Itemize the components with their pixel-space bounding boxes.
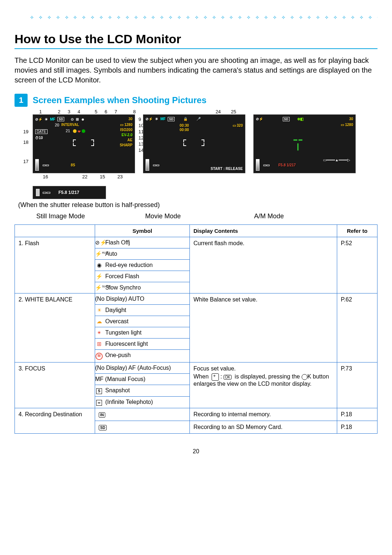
remaining-shots-am: 30 [349, 117, 353, 121]
refer-focus: P.73 [337, 362, 377, 408]
sym-label: Tungsten light [105, 329, 142, 336]
image-size: 1280 [124, 123, 132, 127]
in-icon: IN [99, 412, 105, 418]
half-press-strip: ▭▭ F5.8 1/217 [33, 186, 106, 199]
movie-mode-screen: ⊘⚡ ☀ MF SD 🔒 🎤 00:30 00:00 ▭ 320 [143, 114, 245, 173]
sym-label: (No Display) AF (Auto-Focus) [95, 365, 171, 371]
sym-label: (Infinite Telephoto) [105, 399, 153, 405]
sharp-label: SHARP [120, 143, 132, 147]
chapter-number-badge: 1 [15, 94, 28, 107]
row-name-wb: 2. WHITE BALANCE [15, 293, 95, 362]
callout-num: 15 [100, 174, 105, 179]
start-release: START : RELEASE [211, 167, 243, 171]
display-dest-in: Recording to internal memory. [190, 408, 337, 421]
zoom-icon [212, 373, 219, 381]
sym-label: Forced Flash [105, 273, 139, 279]
callout-num: 4 [78, 109, 80, 114]
sym-label: Fluorescent light [105, 341, 148, 347]
callout-num: 16 [43, 174, 48, 179]
symbol-table: Symbol Display Contents Refer to 1. Flas… [15, 224, 377, 434]
table-row: 4. Recording Destination IN Recording to… [15, 408, 377, 421]
movie-size: 320 [237, 123, 243, 127]
display-flash: Current flash mode. [190, 237, 337, 293]
sym-label: Daylight [105, 307, 126, 313]
movie-mode-label: Movie Mode [145, 212, 254, 220]
remaining-shots: 30 [128, 117, 132, 121]
am-mode-label: A/M Mode [254, 212, 363, 220]
date-label: DATE [35, 129, 48, 134]
row-name-focus: 3. FOCUS [15, 362, 95, 408]
ok-icon: OK [224, 375, 232, 380]
callout-num: 7 [114, 109, 117, 114]
am-mode-screen: ⊘⚡ SD ⊕◧ 30 ▭ 1280 ━ ━ ┃ ▭━━━━▲━━━━▷ ▭▭ … [253, 114, 356, 173]
ae-label: AE [127, 138, 132, 142]
selftimer-label: 10 [39, 136, 43, 140]
sym-label: Red-eye reduction [105, 262, 153, 268]
callout-num: 25 [231, 109, 236, 114]
sym-label: (No Display) AUTO [95, 296, 144, 302]
refer-flash: P.52 [337, 237, 377, 293]
callout-num: 2 [58, 109, 60, 114]
callout-num: 20 [55, 123, 59, 127]
movie-elapsed: 00:00 [180, 128, 189, 132]
callout-num: 17 [23, 159, 28, 164]
ev-label: EV-2.0 [122, 133, 132, 137]
callout-num: 23 [117, 174, 122, 179]
sym-label: Auto [105, 251, 117, 257]
page-number: 20 [15, 448, 377, 455]
sd-icon: SD [99, 425, 107, 430]
callout-num: 18 [23, 139, 28, 145]
row-name-dest: 4. Recording Destination [15, 408, 95, 434]
callout-num: 1 [39, 109, 42, 114]
callout-num: 6 [105, 109, 107, 114]
callout-num: 5 [95, 109, 97, 114]
callout-num: 8 [133, 109, 136, 114]
sym-label: One-push [105, 352, 131, 358]
sym-label: Flash Offj [105, 239, 130, 246]
iso-label: ISO200 [120, 128, 132, 132]
ring-icon [302, 374, 307, 380]
table-header-display: Display Contents [190, 225, 337, 237]
table-row: 1. Flash ⊘⚡Flash Offj ⚡AUTOAuto Red-eye … [15, 237, 377, 293]
interval-label: INTERVAL [61, 123, 79, 127]
sym-label: Overcast [105, 318, 128, 324]
still-mode-label: Still Image Mode [36, 212, 145, 220]
mode-labels: Still Image Mode Movie Mode A/M Mode [36, 212, 377, 220]
image-size-am: 1280 [345, 123, 353, 127]
table-header-symbol: Symbol [95, 225, 190, 237]
callout-num: 21 [66, 129, 70, 133]
table-row: 3. FOCUS (No Display) AF (Auto-Focus) MF… [15, 362, 377, 408]
table-header-blank [15, 225, 95, 237]
callout-num: 24 [216, 109, 221, 114]
sym-label: MF (Manual Focus) [95, 376, 146, 382]
still-image-screen: ⊘⚡ ☀ MF SD ⊙ ⊞ ☻ 30 ▭ 1280 INTERVAL 20 I… [33, 114, 135, 173]
refer-dest-sd: P.18 [337, 421, 377, 434]
shutter-speed: 8S [71, 163, 75, 167]
movie-remaining: 00:30 [180, 123, 189, 127]
table-row: 2. WHITE BALANCE (No Display) AUTO ☀Dayl… [15, 293, 377, 362]
display-dest-sd: Recording to an SD Memory Card. [190, 421, 337, 434]
sym-label: Slow Synchro [105, 284, 141, 291]
table-header-refer: Refer to [337, 225, 377, 237]
sym-label: Snapshot [105, 387, 130, 393]
half-press-am: F5.8 1/217 [278, 163, 296, 167]
screen-diagrams: 1 2 3 4 5 6 7 8 24 25 19 18 17 ⊘⚡ [33, 109, 377, 199]
display-wb: White Balance set value. [190, 293, 337, 362]
display-focus: Focus set value. When :OK is displayed, … [190, 362, 337, 408]
callout-num: 3 [68, 109, 70, 114]
refer-wb: P.62 [337, 293, 377, 362]
callout-num: 22 [82, 174, 87, 179]
callout-num: 19 [23, 129, 28, 134]
decorative-divider: ✧ ✧ ✧ ✧ ✧ ✧ ✧ ✧ ✧ ✧ ✧ ✧ ✧ ✧ ✧ ✧ ✧ ✧ ✧ ✧ … [15, 15, 377, 20]
half-press-caption: (When the shutter release button is half… [18, 201, 377, 209]
intro-paragraph: The LCD Monitor can be used to view the … [15, 56, 377, 85]
row-name-flash: 1. Flash [15, 237, 95, 293]
section-title: Screen Examples when Shooting Pictures [33, 95, 377, 105]
page-title: How to Use the LCD Monitor [15, 32, 377, 49]
refer-dest-in: P.18 [337, 408, 377, 421]
